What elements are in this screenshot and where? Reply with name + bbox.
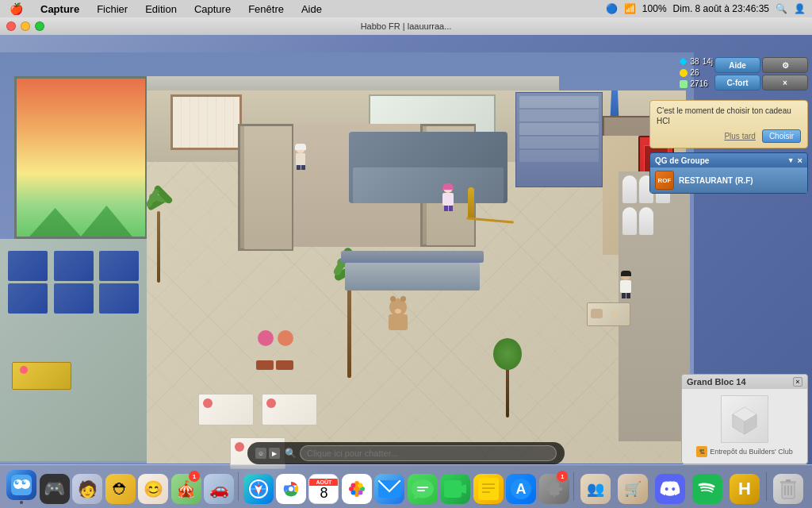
menu-fichier[interactable]: Fichier [94,2,131,16]
qg-close[interactable]: × [798,156,802,165]
dock-habbo-1[interactable]: 🎮 [39,469,69,504]
dock-safari[interactable] [243,469,273,504]
menu-edition[interactable]: Edition [142,2,180,16]
maximize-button[interactable] [35,21,44,31]
dock-habbo-h[interactable]: H [727,469,762,504]
svg-rect-35 [444,480,462,498]
snout [395,309,401,314]
dock-notes[interactable] [473,469,504,504]
dock-appstore[interactable]: A [506,469,536,504]
char-hat [295,144,306,150]
shelf-row [519,150,599,162]
menu-aide[interactable]: Aide [298,2,325,16]
dock-dot [20,501,23,504]
svg-rect-37 [478,478,499,500]
bear-body [389,314,408,330]
dock-car-icon[interactable]: 🚗 [204,469,234,504]
shelf-row [519,137,599,148]
dock-icon-helmet[interactable]: ⛑ [105,469,135,504]
dock-habbo-shop[interactable]: 🛒 [615,469,650,504]
credit-count: 2716 [691,79,708,88]
cfort-button[interactable]: C-fort [714,75,760,90]
minimize-button[interactable] [21,21,30,31]
settings-button[interactable]: ⚙ [762,57,808,73]
main-window: Habbo FR | laauurraa... [0,17,812,508]
stat-coins-row: 26 [680,68,713,77]
coin-count: 26 [691,68,699,77]
tea-service [587,302,634,342]
aide-button[interactable]: Aide [714,57,760,73]
chat-emote-icon[interactable]: ☺ [255,448,266,459]
menu-bar-right: 🔵 📶 100% Dim. 8 août à 23:46:35 🔍 👤 [606,3,806,14]
dock-habbo-avatars[interactable]: 👥 [578,469,613,504]
svg-point-31 [358,491,362,495]
face-icon: 😊 [138,474,168,504]
search-icon[interactable]: 🔍 [776,3,787,14]
later-button[interactable]: Plus tard [721,129,758,143]
svg-point-10 [17,481,18,483]
char-torso [296,153,305,165]
window-controls [6,21,44,31]
group-name: RESTAURANT (R.F) [679,176,753,185]
apple-menu[interactable]: 🍎 [6,2,26,16]
dock-trash[interactable] [771,469,806,504]
dock-settings[interactable]: 1 [539,469,569,504]
dock-photos[interactable] [342,469,372,504]
qg-chevron[interactable]: ▼ [787,156,795,164]
dock-face-icon[interactable]: 😊 [138,469,168,504]
monitor [54,251,94,281]
svg-point-44 [698,479,717,498]
dock-chrome[interactable] [276,469,306,504]
stat-diamonds-row: 38 14j [680,57,713,66]
dock-messages[interactable] [408,469,438,504]
chat-input-field[interactable] [300,445,557,461]
menu-fenetre[interactable]: Fenêtre [245,2,287,16]
desk-grid [8,251,143,281]
outdoor-window [14,76,147,239]
menu-app-name[interactable]: Capture [37,2,82,16]
credit-icon [680,80,688,88]
close-button-2[interactable]: × [762,75,808,90]
dock-habbo-char[interactable]: 🧑 [72,469,102,504]
dock-finder[interactable] [6,469,36,504]
cube-svg [729,403,760,435]
char-body [293,144,308,167]
dock-calendar[interactable]: AOÛT 8 [308,469,339,504]
game-area[interactable]: 38 14j 26 2716 Aide ⚙ C-fort × [0,35,812,508]
bloc-close-button[interactable]: × [793,377,802,387]
car-icon: 🚗 [204,474,234,504]
facetime-icon [440,474,470,504]
dock-discord[interactable] [653,469,688,504]
qg-content: ROF RESTAURANT (R.F) [650,167,807,193]
furniture-bookshelf [515,92,603,187]
shelf-row [519,96,599,108]
finder-icon [6,470,36,500]
notif-actions: Plus tard Choisir [657,129,801,143]
menu-capture[interactable]: Capture [191,2,234,16]
battery-indicator: 100% [642,3,667,14]
choose-button[interactable]: Choisir [762,129,801,143]
svg-point-11 [24,481,25,483]
menu-bar-left: 🍎 Capture Fichier Edition Capture Fenêtr… [6,2,325,16]
shelf-rows [516,93,602,165]
dock-spotify[interactable] [690,469,725,504]
dock-mail[interactable] [374,469,404,504]
button-row-top: Aide ⚙ [714,57,808,73]
dock-sep-trash [766,472,767,501]
teacup [611,310,619,317]
char-legs-3 [619,293,633,298]
character-chef [293,144,308,167]
qg-controls: ▼ × [787,156,802,165]
char-head [296,144,305,153]
svg-text:A: A [516,481,527,497]
dock-separator-2 [573,472,574,501]
user-icon[interactable]: 👤 [794,3,806,14]
close-button[interactable] [6,21,16,31]
notes-icon [473,474,504,504]
chat-arrow-icon[interactable]: ▶ [269,448,280,459]
svg-point-29 [358,483,362,488]
ear [400,296,406,302]
wifi-icon: 📶 [624,3,636,14]
dock-habbo-green[interactable]: 🎪 1 [170,469,201,504]
dock-facetime[interactable] [440,469,470,504]
